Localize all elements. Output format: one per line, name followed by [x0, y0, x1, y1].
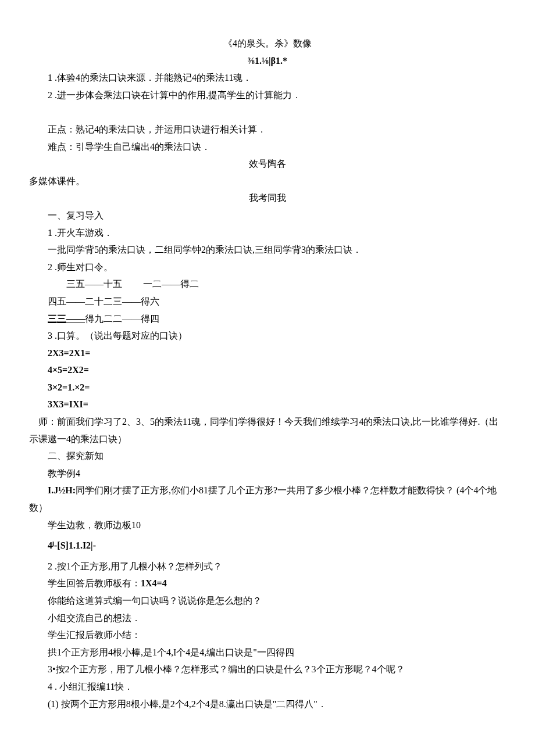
doc-subtitle: ⅜1.⅛|β1.* [29, 52, 506, 70]
goal-1: 1 .体验4的乘法口诀来源．并能熟记4的乘法11魂． [29, 69, 506, 87]
part2-line7: 你能给这道算式编一句口诀吗？说说你是怎么想的？ [29, 592, 506, 610]
part2-line1: 教学例4 [29, 465, 506, 482]
part2-line13: (1) 按两个正方形用8根小棒,是2个4,2个4是8.瀛出口诀是"二四得八"． [29, 696, 506, 713]
part2-line2-label: I.J½H: [48, 485, 76, 495]
part2-line2: I.J½H:同学们刚才摆了正方形,你们小81摆了几个正方形?一共用了多少根小棒？… [29, 482, 506, 516]
equation-2: 4×5=2X2= [29, 361, 506, 379]
part1-line4: 三五——十五 一二——得二 [29, 275, 506, 293]
part2-line3: 学生边救，教师边板10 [29, 517, 506, 534]
part1-line1: 1 .开火车游戏． [29, 224, 506, 242]
part1-line6-underline: 三三—— [48, 314, 85, 324]
part2-line8: 小组交流自己的想法． [29, 610, 506, 627]
part2-line4: 4ᴶ-[S]1.1.I2|- [29, 537, 506, 554]
part1-line5: 四五——二十二三——得六 [29, 293, 506, 310]
part2-line6: 学生回答后教师板有：1X4=4 [29, 575, 506, 592]
part2-line6-text: 学生回答后教师板有： [48, 578, 141, 588]
section-heading-process: 我考同我 [29, 189, 506, 207]
part2-line5: 2 .按1个正方形,用了几根小林？怎样列式？ [29, 558, 506, 575]
part1-heading: 一、复习导入 [29, 207, 506, 224]
part1-line7: 3 .口算。（说出每题对应的口诀） [29, 327, 506, 345]
part1-line4b: 一二——得二 [143, 279, 199, 289]
part1-line6: 三三——得九二二——得四 [29, 310, 506, 328]
part2-line9: 学生汇报后教师小结： [29, 626, 506, 644]
key-point: 正点：熟记4的乘法口诀，并运用口诀进行相关计算． [29, 121, 506, 138]
part2-line2-text: 同学们刚才摆了正方形,你们小81摆了几个正方形?一共用了多少根小棒？怎样数才能数… [29, 485, 497, 513]
part1-line6-rest: 得九二二——得四 [85, 314, 159, 324]
doc-title: 《4的泉头。杀》数像 [29, 35, 506, 52]
part1-line8: 师：前面我们学习了2、3、5的乘法11魂，同学们学得很好！今天我们维续学习4的乘… [29, 413, 506, 447]
equation-4: 3X3=IXI= [29, 396, 506, 413]
difficult-point: 难点：引导学生自己编出4的乘法口诀． [29, 138, 506, 156]
part2-line12: 4 . 小组汇报编11快． [29, 678, 506, 696]
equation-3: 3×2=1.×2= [29, 379, 506, 396]
equation-1: 2X3=2X1= [29, 345, 506, 362]
part1-line3: 2 .师生对口令。 [29, 259, 506, 276]
part2-line11: 3•按2个正方形，用了几根小棒？怎样形式？编出的口诀是什么？3个正方形呢？4个呢… [29, 661, 506, 678]
goal-2: 2 .进一步体会乘法口诀在计算中的作用,提高学生的计算能力． [29, 87, 506, 104]
part1-line4a: 三五——十五 [48, 275, 141, 293]
media-text: 多媒体课件。 [29, 173, 506, 190]
part2-line10: 拱1个正方形用4根小棒,是1个4,I个4是4,编出口诀是"一四得四 [29, 644, 506, 661]
part1-line2: 一批同学背5的乘法口诀，二组同学钟2的乘法口诀,三组同学背3的乘法口诀． [29, 241, 506, 259]
part2-heading: 二、探究新知 [29, 447, 506, 465]
part2-line6-eq: 1X4=4 [141, 578, 167, 588]
section-heading-prep: 效号陶各 [29, 155, 506, 173]
